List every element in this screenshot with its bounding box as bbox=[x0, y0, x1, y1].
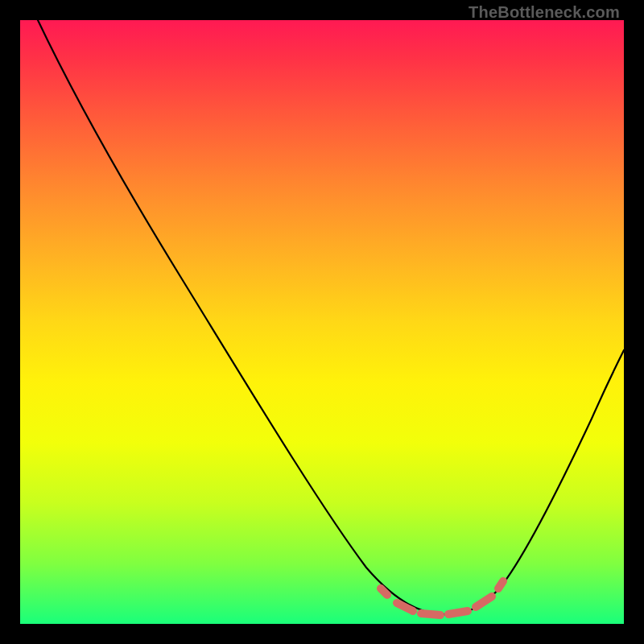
plot-area bbox=[20, 20, 624, 624]
chart-container: TheBottleneck.com bbox=[0, 0, 644, 644]
svg-line-2 bbox=[421, 613, 440, 615]
bottleneck-curve bbox=[38, 20, 624, 614]
watermark-text: TheBottleneck.com bbox=[469, 3, 620, 22]
curve-svg bbox=[20, 20, 624, 624]
svg-line-1 bbox=[397, 603, 413, 611]
svg-line-5 bbox=[498, 581, 503, 588]
svg-line-4 bbox=[476, 597, 492, 607]
svg-line-0 bbox=[381, 588, 387, 595]
svg-line-3 bbox=[448, 611, 468, 614]
